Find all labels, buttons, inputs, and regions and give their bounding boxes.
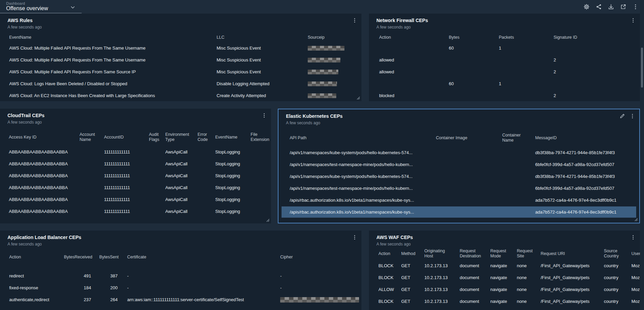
table-row[interactable]: 601	[369, 42, 640, 54]
table-cell: GET	[401, 260, 422, 272]
table-row[interactable]: AWS Cloud: Multiple Failed API Requests …	[0, 42, 361, 54]
table-cell: ABBAABBAABBAABBAABBA	[9, 194, 77, 205]
table-row[interactable]: authenticate,redirect237264arn:aws:iam::…	[0, 294, 361, 306]
column-header: EventName	[9, 33, 31, 42]
table-row[interactable]: AWS Cloud: An EC2 Instance Has Been Crea…	[0, 90, 361, 101]
table-cell	[436, 206, 501, 218]
table-row[interactable]: 601	[369, 78, 640, 90]
overflow-menu-icon[interactable]	[629, 16, 637, 24]
share-icon[interactable]	[594, 2, 603, 11]
table-row[interactable]: ALLOWGET10.2.173.13documentnavigatenone/…	[369, 284, 640, 295]
table-row[interactable]: ABBAABBAABBAABBAABBA111111111111AwsApiCa…	[0, 146, 271, 158]
table-cell: 60	[449, 78, 496, 90]
application-load-balancer-table: ActionBytesReceivedBytesSentCertificateC…	[0, 250, 361, 310]
table-row[interactable]: /api/v1/namespaces/test-namespace-mine/p…	[278, 182, 639, 194]
table-row-selected[interactable]: /apis/rbac.authorization.k8s.io/v1beta1/…	[278, 206, 639, 218]
panel-elastic-kubernetes: Elastic Kubernetes CEPs A few seconds ag…	[278, 109, 640, 223]
table-cell: document	[460, 272, 488, 284]
table-cell	[80, 194, 102, 205]
column-header: Sourceip	[308, 33, 324, 42]
table-row[interactable]: AWS Cloud: Logs Have Been Deleted / Disa…	[0, 78, 361, 90]
settings-icon[interactable]	[582, 2, 591, 11]
table-cell: AWS Cloud: Logs Have Been Deleted / Disa…	[9, 78, 213, 90]
edit-icon[interactable]	[618, 112, 626, 120]
table-cell	[198, 146, 215, 158]
table-cell	[198, 182, 215, 194]
table-cell: navigate	[490, 295, 514, 307]
table-row[interactable]: fixed-response184200--	[0, 282, 361, 294]
table-row[interactable]: ABBAABBAABBAABBAABBA111111111111AwsApiCa…	[0, 194, 271, 205]
table-cell: country	[604, 295, 630, 307]
table-cell	[198, 170, 215, 182]
panel-title: AWS WAF CEPs	[376, 235, 413, 240]
resize-handle-icon[interactable]	[634, 218, 638, 221]
overflow-menu-icon[interactable]	[631, 2, 640, 11]
table-cell	[149, 158, 165, 170]
table-cell: Moz	[631, 272, 640, 284]
table-row[interactable]: ABBAABBAABBAABBAABBA111111111111AwsApiCa…	[0, 182, 271, 194]
table-row[interactable]: BLOCKGET10.2.173.13documentnavigatenone/…	[369, 272, 640, 284]
table-row[interactable]: /apis/rbac.authorization.k8s.io/v1beta1/…	[278, 194, 639, 206]
column-header: Container Name	[502, 129, 521, 147]
table-cell	[80, 182, 102, 194]
table-cell: ada7b572-ca4a-4476-97e4-8ec3dff0b9c1	[535, 206, 637, 218]
panel-updated-text: A few seconds ago	[376, 25, 411, 30]
table-cell: /First_API_Gateway/pets	[541, 272, 601, 284]
table-cell: 10.2.173.13	[424, 284, 457, 295]
table-row[interactable]: /api/v1/namespaces/test-namespace-mine/p…	[278, 159, 639, 170]
table-row[interactable]: allowed2	[369, 66, 640, 78]
column-header: Access Key ID	[9, 128, 36, 146]
panel-title: Network Firewall CEPs	[376, 18, 428, 23]
overflow-menu-icon[interactable]	[260, 111, 268, 120]
table-cell	[308, 54, 359, 66]
download-icon[interactable]	[607, 2, 615, 11]
table-cell	[308, 90, 359, 101]
column-header: Signature ID	[554, 33, 577, 42]
table-row[interactable]: /api/v1/namespaces/kube-system/pods/hell…	[278, 170, 639, 182]
overflow-menu-icon[interactable]	[351, 233, 359, 241]
column-header: EventName	[215, 128, 237, 146]
table-row[interactable]: allowed2	[369, 54, 640, 66]
dashboard-selector[interactable]: Dashboard Offense overview	[0, 0, 82, 13]
table-cell: navigate	[490, 284, 514, 295]
table-cell: -	[280, 270, 360, 282]
table-cell	[449, 90, 496, 101]
table-row[interactable]: redirect491387--	[0, 270, 361, 282]
table-row[interactable]: BLOCKGET10.2.173.13documentnavigatenone/…	[369, 260, 640, 272]
table-row[interactable]: ABBAABBAABBAABBAABBA111111111111AwsApiCa…	[0, 158, 271, 170]
page-scrollbar-thumb[interactable]	[641, 48, 643, 88]
table-cell: 10.2.173.13	[424, 260, 457, 272]
overflow-menu-icon[interactable]	[628, 112, 637, 120]
column-header: Container Image	[436, 129, 467, 147]
column-header: Originating Host	[424, 248, 445, 260]
table-row[interactable]: blocked2	[369, 90, 640, 101]
overflow-menu-icon[interactable]	[351, 16, 359, 24]
table-cell: AwsApiCall	[165, 146, 196, 158]
table-row[interactable]: ABBAABBAABBAABBAABBA111111111111AwsApiCa…	[0, 205, 271, 217]
resize-handle-icon[interactable]	[266, 218, 270, 222]
column-header: Action	[9, 250, 21, 265]
column-header: Request Mode	[490, 248, 506, 260]
column-header: MessageID	[535, 129, 557, 147]
panel-updated-text: A few seconds ago	[376, 242, 411, 247]
table-cell	[149, 146, 165, 158]
table-cell	[499, 90, 552, 101]
aws-rules-table: EventNameLLCSourceipAWS Cloud: Multiple …	[0, 33, 361, 101]
table-cell: /First_API_Gateway/pets	[541, 260, 601, 272]
table-row[interactable]: AWS Cloud: Multiple Failed API Requests …	[0, 66, 361, 78]
table-cell	[436, 147, 501, 159]
table-cell	[80, 158, 102, 170]
launch-icon[interactable]	[619, 2, 628, 11]
table-cell: 111111111111	[104, 158, 147, 170]
table-cell: Misc Suspicious Event	[217, 54, 305, 66]
column-header: Packets	[499, 33, 514, 42]
column-header: API Path	[290, 129, 306, 147]
table-row[interactable]: AWS Cloud: Multiple Failed API Requests …	[0, 54, 361, 66]
table-cell: document	[460, 260, 488, 272]
table-row[interactable]: BLOCKGET10.2.173.13documentnavigatenone/…	[369, 295, 640, 307]
table-row[interactable]: ABBAABBAABBAABBAABBA111111111111AwsApiCa…	[0, 170, 271, 182]
table-cell	[502, 182, 533, 194]
table-row[interactable]: /api/v1/namespaces/kube-system/pods/hell…	[278, 147, 639, 159]
overflow-menu-icon[interactable]	[629, 233, 637, 241]
panel-cloudtrail: CloudTrail CEPs A few seconds ago Access…	[0, 109, 271, 223]
